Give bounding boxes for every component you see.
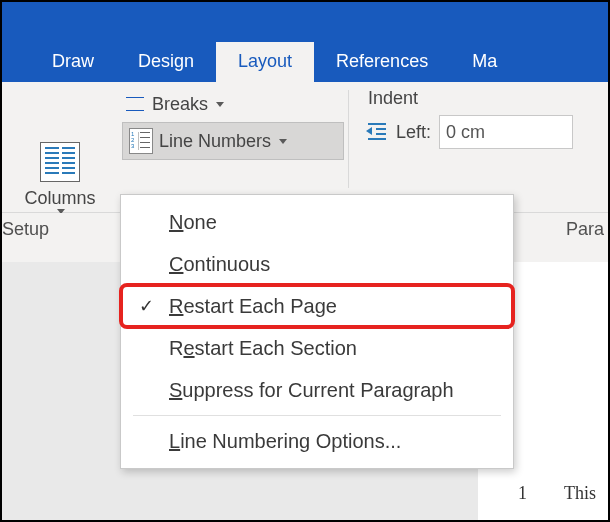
chevron-down-icon (216, 102, 224, 107)
line-numbers-button[interactable]: 123 Line Numbers (122, 122, 344, 160)
menu-item-options[interactable]: ✓ Line Numbering Options... (121, 420, 513, 462)
tab-mailings[interactable]: Ma (450, 42, 519, 82)
columns-label: Columns (24, 188, 95, 209)
indent-left-input[interactable]: 0 cm (439, 115, 573, 149)
indent-left-icon (364, 121, 388, 143)
breaks-button[interactable]: Breaks (118, 86, 348, 122)
tab-draw[interactable]: Draw (30, 42, 116, 82)
indent-title: Indent (364, 82, 608, 115)
menu-item-restart-each-section[interactable]: ✓ Restart Each Section (121, 327, 513, 369)
check-icon: ✓ (133, 295, 159, 317)
columns-button[interactable]: Columns (2, 82, 118, 214)
chevron-down-icon (279, 139, 287, 144)
columns-group: Columns (2, 82, 118, 212)
indent-group: Indent Left: 0 cm (348, 82, 608, 212)
app-window: Draw Design Layout References Ma Columns… (0, 0, 610, 522)
tab-design[interactable]: Design (116, 42, 216, 82)
line-number: 1 (518, 483, 527, 504)
menu-item-continuous[interactable]: ✓ Continuous (121, 243, 513, 285)
svg-marker-4 (366, 127, 372, 135)
page-setup-group: Breaks 123 Line Numbers (118, 82, 348, 212)
menu-item-restart-each-page[interactable]: ✓ Restart Each Page (121, 285, 513, 327)
group-label-paragraph: Para (566, 219, 604, 240)
line-numbers-menu: ✓ None ✓ Continuous ✓ Restart Each Page … (120, 194, 514, 469)
ribbon-tabs: Draw Design Layout References Ma (2, 36, 608, 82)
columns-icon (40, 142, 80, 182)
breaks-label: Breaks (152, 94, 208, 115)
group-label-setup: Setup (2, 219, 49, 240)
breaks-icon (124, 93, 146, 115)
menu-item-suppress[interactable]: ✓ Suppress for Current Paragraph (121, 369, 513, 411)
ribbon-tabs-bar: Draw Design Layout References Ma (2, 2, 608, 82)
menu-separator (133, 415, 501, 416)
menu-item-none[interactable]: ✓ None (121, 201, 513, 243)
line-numbers-icon: 123 (129, 128, 153, 154)
tab-references[interactable]: References (314, 42, 450, 82)
indent-left-label: Left: (396, 122, 431, 143)
line-numbers-label: Line Numbers (159, 131, 271, 152)
tab-layout[interactable]: Layout (216, 42, 314, 82)
document-text: This (564, 483, 596, 504)
